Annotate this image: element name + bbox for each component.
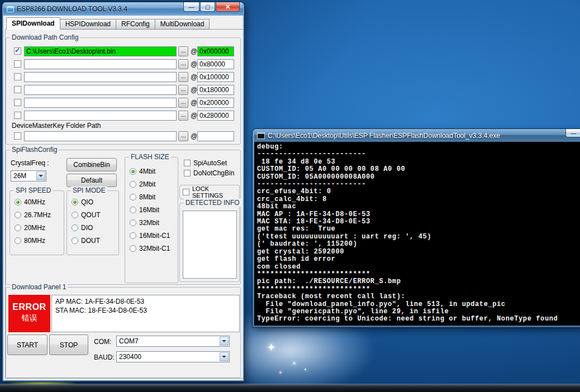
browse-button[interactable]: ... [178,46,188,56]
radio-16mbit-c1[interactable]: 16Mbit-C1 [130,232,170,240]
address-field[interactable]: 0x000000 [197,46,234,56]
esp-window-body: SPIDownload HSPIDownload RFConfig MultiD… [3,16,243,380]
radio-icon [72,237,78,244]
console-output[interactable]: debug: ------------------------- 18 fe 3… [254,142,580,326]
radio-icon [130,181,136,188]
console-line: crc_calc_4bit: 8 [257,196,580,203]
console-window-title: C:\Users\Eco1\Desktop\Utils\ESP Flasher\… [268,132,500,140]
group-label: SpiFlashConfig [10,146,59,154]
radio-label: 8Mbit [139,193,155,201]
address-field[interactable]: 0x280000 [197,111,234,121]
stop-button[interactable]: STOP [49,334,88,355]
masterkey-checkbox[interactable] [14,132,21,140]
esp-titlebar[interactable]: ESP8266 DOWNLOAD TOOL V3.3.4 — ▢ ✕ [3,2,243,16]
radio-dio[interactable]: DIO [72,224,93,232]
radio-qout[interactable]: QOUT [72,211,101,219]
spi-autoset-checkbox[interactable]: SpiAutoSet [184,159,227,167]
tab-spidownload[interactable]: SPIDownload [6,17,60,30]
radio-label: 80MHz [24,237,45,245]
window-controls: — ▢ ✕ [183,2,240,12]
console-line: ------------------------- [257,151,580,158]
console-line: ('ttest uuuuuuuuuuart : uart reg: ', 45) [257,233,580,241]
address-field[interactable]: 0x80000 [197,59,234,69]
console-icon [257,132,265,139]
start-button[interactable]: START [7,334,47,355]
group-label: SPI MODE [71,187,107,194]
bin-select-checkbox[interactable] [14,112,21,119]
dropdown-arrow-icon[interactable] [36,171,45,180]
radio-qio[interactable]: QIO [72,198,93,206]
default-button[interactable]: Default [66,174,117,187]
radio-20mhz[interactable]: 20MHz [15,224,45,232]
browse-button[interactable]: ... [178,59,188,69]
at-symbol: @ [191,73,197,81]
radio-8mbit[interactable]: 8Mbit [130,193,155,201]
address-field[interactable]: 0x180000 [197,85,234,95]
radio-32mbit[interactable]: 32Mbit [130,219,159,227]
detected-info-group: DETECTED INFO [179,203,240,282]
bin-select-checkbox[interactable]: ✓ [14,47,21,55]
status-text-cn: 错误 [8,313,50,323]
bin-select-checkbox[interactable] [14,60,21,68]
download-row-3: ... @ 0x100000 [6,72,240,82]
masterkey-path-field[interactable] [24,131,177,141]
radio-icon [130,168,136,175]
browse-button[interactable]: ... [178,111,188,121]
status-badge: ERROR 错误 [8,295,50,332]
tab-bar: SPIDownload HSPIDownload RFConfig MultiD… [6,19,209,30]
radio-26.7mhz[interactable]: 26.7MHz [15,211,51,219]
console-line: TypeError: coercing to Unicode: need str… [257,315,580,323]
taskbar[interactable] [0,384,580,392]
lock-settings-checkbox[interactable]: LOCK SETTINGS [179,185,240,199]
wallpaper-dot [305,369,306,370]
radio-4mbit[interactable]: 4Mbit [130,168,155,175]
crystal-freq-label: CrystalFreq : [11,159,49,167]
close-button[interactable]: ✕ [216,2,240,12]
browse-button[interactable]: ... [178,98,188,108]
tab-rfconfig[interactable]: RFConfig [116,19,155,30]
bin-select-checkbox[interactable] [14,99,21,106]
radio-2mbit[interactable]: 2Mbit [130,180,155,188]
bin-path-field[interactable] [24,72,177,82]
radio-80mhz[interactable]: 80MHz [15,237,45,245]
bin-path-field[interactable] [24,98,177,108]
console-titlebar[interactable]: C:\Users\Eco1\Desktop\Utils\ESP Flasher\… [254,129,580,142]
minimize-button[interactable]: — [565,129,580,137]
tab-multidownload[interactable]: MultiDownload [155,19,210,30]
console-line: File "download_panel_info.pyo", line 513… [257,301,580,308]
crystal-freq-combo[interactable]: 26M [11,170,46,181]
radio-32mbit-c1[interactable]: 32Mbit-C1 [130,245,170,252]
bin-path-field[interactable] [24,85,177,95]
radio-icon [130,194,136,200]
bin-path-field[interactable]: C:\Users\Eco1\Desktop\int.bin [24,46,177,56]
browse-button[interactable]: ... [178,72,188,82]
radio-icon [72,212,78,218]
console-line: CUSTOM_ID: 05 A0 00 00 00 08 A0 00 [257,166,580,173]
download-path-config-group: Download Path Config ✓ C:\Users\Eco1\Des… [6,37,241,145]
do-not-chg-bin-checkbox[interactable]: DoNotChgBin [184,169,234,177]
address-field[interactable]: 0x200000 [197,98,234,108]
combinebin-button[interactable]: CombineBin [66,158,117,171]
masterkey-address-field[interactable] [197,131,234,141]
radio-dout[interactable]: DOUT [72,237,100,245]
bin-select-checkbox[interactable] [14,86,21,93]
maximize-button[interactable]: ▢ [200,2,215,12]
browse-button[interactable]: ... [178,131,188,141]
bin-path-field[interactable] [24,111,177,121]
bin-path-field[interactable] [24,59,177,69]
detected-info-listbox[interactable] [183,211,237,279]
com-port-combo[interactable]: COM7 [116,336,230,347]
radio-40mhz[interactable]: 40MHz [15,198,45,206]
radio-icon [130,232,136,239]
radio-16mbit[interactable]: 16Mbit [130,206,159,214]
desktop[interactable]: ✦ ESP8266 DOWNLOAD TOOL V3.3.4 — ▢ ✕ SPI… [0,0,580,392]
minimize-button[interactable]: — [183,2,199,12]
tab-hspidownload[interactable]: HSPIDownload [60,19,116,30]
browse-button[interactable]: ... [178,85,188,95]
at-symbol: @ [191,86,197,94]
dropdown-arrow-icon[interactable] [220,352,229,361]
bin-select-checkbox[interactable] [14,73,21,80]
address-field[interactable]: 0x100000 [197,72,234,82]
dropdown-arrow-icon[interactable] [220,337,229,346]
baud-rate-combo[interactable]: 230400 [116,351,230,362]
